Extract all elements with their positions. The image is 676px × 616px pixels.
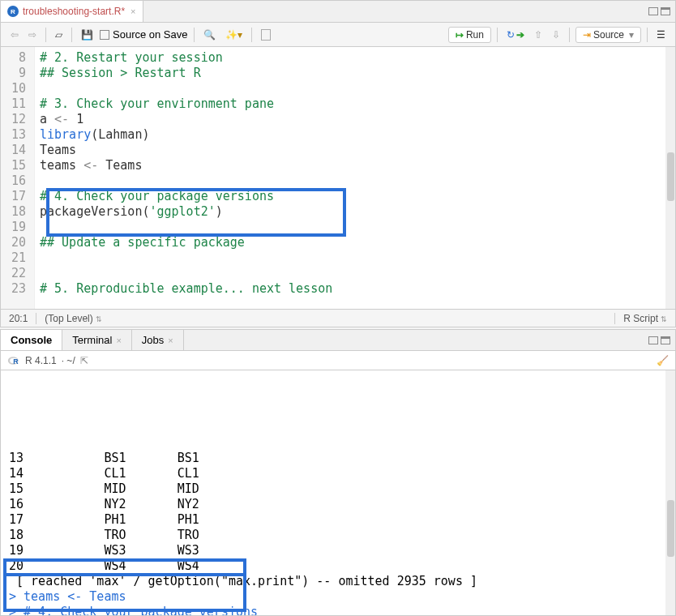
status-bar: 20:1 (Top Level)⇅ R Script⇅ (1, 309, 675, 327)
run-button[interactable]: ↦Run (448, 27, 491, 43)
separator (45, 28, 46, 42)
r-logo-icon: R (7, 355, 20, 366)
tab-terminal[interactable]: Terminal× (62, 330, 132, 350)
popout-icon[interactable]: ⇱ (80, 355, 88, 366)
minimize-icon[interactable] (648, 336, 658, 344)
separator (647, 28, 648, 42)
working-dir: · ~/ (62, 355, 75, 366)
source-toolbar: ⇦ ⇨ ▱ 💾 Source on Save 🔍 ✨▾ ↦Run ↻➔ ⇧ ⇩ … (1, 23, 675, 47)
close-icon[interactable]: × (168, 336, 173, 345)
tab-console[interactable]: Console (1, 330, 62, 350)
separator (497, 28, 498, 42)
pane-controls (644, 330, 675, 350)
scrollbar[interactable] (665, 370, 675, 615)
report-button[interactable] (258, 28, 274, 42)
pane-controls (644, 1, 675, 22)
scope-selector[interactable]: (Top Level)⇅ (36, 313, 614, 324)
separator (71, 28, 72, 42)
code-editor[interactable]: 891011121314151617181920212223 # 2. Rest… (1, 47, 675, 309)
code-body[interactable]: # 2. Restart your session## Session > Re… (35, 47, 675, 309)
outline-button[interactable]: ☰ (653, 28, 669, 42)
r-file-icon: R (7, 6, 19, 17)
console-output[interactable]: 13 BS1 BS114 CL1 CL115 MID MID16 NY2 NY2… (1, 370, 675, 615)
source-on-save-label: Source on Save (113, 28, 188, 41)
file-tab[interactable]: R troubleshooting-start.R* × (1, 1, 143, 22)
r-version: R 4.1.1 (25, 355, 57, 366)
source-on-save-checkbox[interactable] (100, 30, 109, 40)
clear-console-icon[interactable]: 🧹 (657, 355, 669, 366)
separator (569, 28, 570, 42)
scrollbar[interactable] (665, 47, 675, 309)
console-pane: Console Terminal× Jobs× R R 4.1.1 · ~/ ⇱… (0, 329, 676, 616)
close-icon[interactable]: × (116, 336, 121, 345)
rerun-button[interactable]: ↻➔ (503, 28, 528, 42)
file-name: troubleshooting-start.R* (23, 6, 125, 17)
source-pane: R troubleshooting-start.R* × ⇦ ⇨ ▱ 💾 Sou… (0, 0, 676, 327)
separator (251, 28, 252, 42)
tab-jobs[interactable]: Jobs× (132, 330, 184, 350)
scrollbar-thumb[interactable] (667, 500, 674, 557)
cursor-position: 20:1 (1, 313, 36, 324)
find-button[interactable]: 🔍 (200, 28, 219, 42)
up-button[interactable]: ⇧ (531, 28, 546, 42)
down-button[interactable]: ⇩ (549, 28, 563, 42)
close-icon[interactable]: × (130, 6, 135, 16)
separator (194, 28, 195, 42)
maximize-icon[interactable] (661, 336, 670, 344)
wand-button[interactable]: ✨▾ (222, 28, 246, 42)
source-button[interactable]: ⇥Source▾ (575, 27, 641, 43)
minimize-icon[interactable] (648, 7, 658, 15)
console-header: R R 4.1.1 · ~/ ⇱ 🧹 (1, 351, 675, 370)
maximize-icon[interactable] (661, 7, 670, 15)
line-gutter: 891011121314151617181920212223 (1, 47, 35, 309)
lang-selector[interactable]: R Script⇅ (614, 313, 675, 324)
console-tab-bar: Console Terminal× Jobs× (1, 330, 675, 351)
svg-text:R: R (13, 357, 19, 366)
show-in-new-button[interactable]: ▱ (52, 28, 66, 42)
scrollbar-thumb[interactable] (667, 152, 674, 201)
file-tab-bar: R troubleshooting-start.R* × (1, 1, 675, 23)
back-button[interactable]: ⇦ (7, 28, 22, 42)
save-button[interactable]: 💾 (78, 28, 96, 42)
forward-button[interactable]: ⇨ (25, 28, 40, 42)
